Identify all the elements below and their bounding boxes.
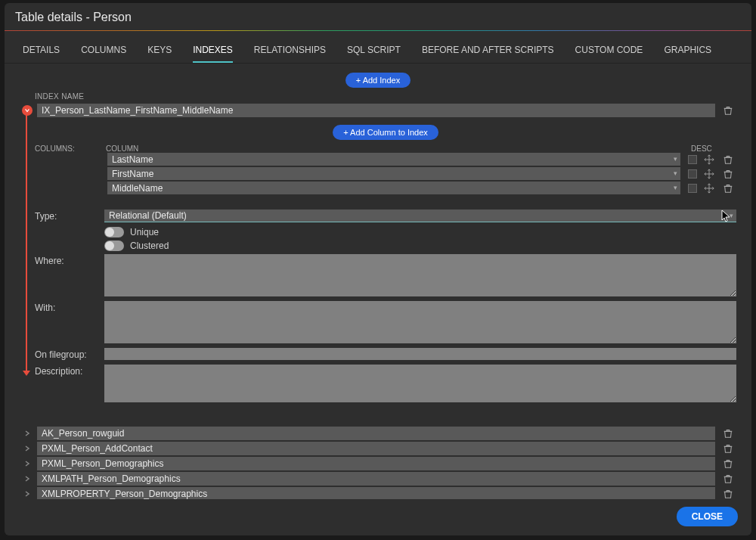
trash-icon[interactable] [723,473,733,484]
add-index-button[interactable]: + Add Index [345,73,411,88]
description-label: Description: [35,365,104,377]
index-name-label: INDEX NAME [35,92,736,101]
tab-graphics[interactable]: GRAPHICS [653,40,722,63]
trash-icon[interactable] [723,458,733,469]
tab-indexes[interactable]: INDEXES [182,40,243,63]
with-textarea[interactable] [104,301,736,343]
onfilegroup-textarea[interactable] [104,348,736,360]
tab-customcode[interactable]: CUSTOM CODE [565,40,654,63]
desc-header: DESC [691,144,736,153]
expand-index-button[interactable] [22,489,33,499]
trash-icon[interactable] [723,105,733,116]
chevron-down-icon [24,107,30,113]
where-label: Where: [35,254,104,266]
move-icon[interactable] [704,169,714,179]
tab-sqlscript[interactable]: SQL SCRIPT [336,40,411,63]
index-column-select[interactable] [107,182,680,194]
dialog-footer: CLOSE [5,499,751,535]
dialog-title: Table details - Person [5,3,751,30]
index-row [20,487,736,499]
onfilegroup-label: On filegroup: [35,348,104,360]
clustered-label: Clustered [130,241,169,251]
type-select[interactable] [104,209,736,222]
tab-columns[interactable]: COLUMNS [70,40,137,63]
index-row [20,457,736,470]
desc-checkbox[interactable] [688,169,697,178]
clustered-toggle[interactable] [104,241,124,251]
index-name-input[interactable] [37,442,715,455]
add-column-to-index-button[interactable]: + Add Column to Index [333,125,438,140]
with-label: With: [35,301,104,313]
expand-index-button[interactable] [22,458,33,469]
index-name-input[interactable] [37,104,715,117]
annotation-arrow-icon [23,371,30,376]
collapse-active-index-button[interactable] [22,105,33,116]
move-icon[interactable] [704,154,714,165]
description-textarea[interactable] [104,365,736,402]
index-column-row: ▾ [35,167,736,180]
trash-icon[interactable] [723,443,733,454]
where-textarea[interactable] [104,254,736,296]
index-row [20,427,736,440]
content-area: + Add Index INDEX NAME + Add Column to I… [5,64,751,499]
expand-index-button[interactable] [22,443,33,454]
index-row [20,472,736,486]
desc-checkbox[interactable] [688,184,697,193]
index-column-row: ▾ [35,153,736,166]
trash-icon[interactable] [723,428,733,439]
index-name-input[interactable] [37,427,715,440]
trash-icon[interactable] [723,154,733,165]
tab-keys[interactable]: KEYS [137,40,182,63]
columns-label: COLUMNS: [35,144,104,153]
expand-index-button[interactable] [22,473,33,484]
tab-details[interactable]: DETAILS [12,40,70,63]
trash-icon[interactable] [723,183,733,194]
index-name-input[interactable] [37,457,715,470]
trash-icon[interactable] [723,169,733,179]
index-row [20,442,736,455]
index-name-input[interactable] [37,487,715,499]
expand-index-button[interactable] [22,428,33,439]
index-column-row: ▾ [35,182,736,194]
tab-relationships[interactable]: RELATIONSHIPS [243,40,336,63]
tab-bar: DETAILS COLUMNS KEYS INDEXES RELATIONSHI… [5,31,751,64]
annotation-line [26,115,27,374]
move-icon[interactable] [704,183,714,194]
unique-toggle[interactable] [104,227,124,237]
rainbow-divider [5,30,751,31]
desc-checkbox[interactable] [688,155,697,164]
close-button[interactable]: CLOSE [677,507,738,526]
table-details-dialog: Table details - Person DETAILS COLUMNS K… [5,3,751,535]
index-column-select[interactable] [107,167,680,180]
index-column-select[interactable] [107,153,680,166]
index-name-input[interactable] [37,472,715,486]
trash-icon[interactable] [723,489,733,499]
tab-beforeafter[interactable]: BEFORE AND AFTER SCRIPTS [411,40,565,63]
type-label: Type: [35,209,104,222]
unique-label: Unique [130,227,159,237]
column-header: COLUMN [104,144,691,153]
